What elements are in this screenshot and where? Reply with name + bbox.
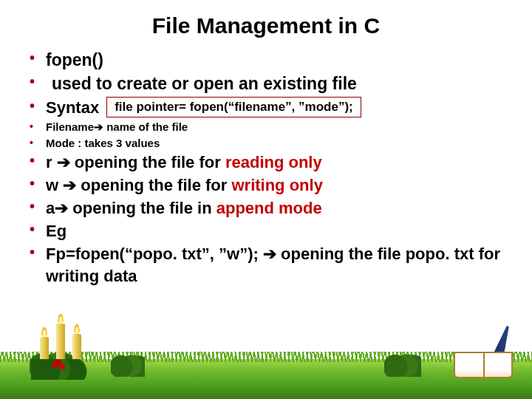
filename-desc: name of the file [103,120,188,133]
arrow-icon: ➔ [57,153,70,171]
bullet-w: w ➔ opening the file for writing only [27,174,505,196]
book-icon [454,352,513,378]
arrow-icon: ➔ [55,199,68,217]
bullet-syntax: Syntax file pointer= fopen(“filename”, ”… [27,97,505,118]
book-quill-icon [454,341,513,378]
shrub-icon [111,352,145,377]
bullet-list: fopen() used to create or open an existi… [27,49,505,287]
bullet-mode-takes: Mode : takes 3 values [27,136,505,151]
bullet-r: r ➔ opening the file for reading only [27,151,505,173]
page-title: File Management in C [27,13,505,38]
holly-icon [31,359,90,380]
a-red: append mode [216,199,322,217]
w-red: writing only [231,176,322,194]
r-red: reading only [225,153,322,171]
r-mid: opening the file for [70,153,225,171]
syntax-label: Syntax [46,97,99,118]
slide: File Management in C fopen() used to cre… [0,0,532,399]
bullet-a: a➔ opening the file in append mode [27,197,505,219]
bullet-filename: Filename➔ name of the file [27,120,505,134]
candles-icon [34,316,87,380]
bullet-used: used to create or open an existing file [27,72,505,95]
arrow-icon: ➔ [263,245,276,263]
w-mid: opening the file for [76,176,231,194]
syntax-box: file pointer= fopen(“filename”, ”mode”); [106,97,361,117]
w-letter: w [46,176,63,194]
a-mid: opening the file in [68,199,216,217]
r-letter: r [46,153,57,171]
bullet-fp: Fp=fopen(“popo. txt”, ”w”); ➔ opening th… [27,243,505,286]
arrow-icon: ➔ [94,120,103,133]
bullet-eg: Eg [27,220,505,242]
a-letter: a [46,199,55,217]
bullet-fopen: fopen() [27,49,505,71]
fp-code: Fp=fopen(“popo. txt”, ”w”); [46,245,263,263]
arrow-icon: ➔ [63,176,76,194]
filename-word: Filename [46,120,94,133]
shrub-icon [384,352,421,377]
